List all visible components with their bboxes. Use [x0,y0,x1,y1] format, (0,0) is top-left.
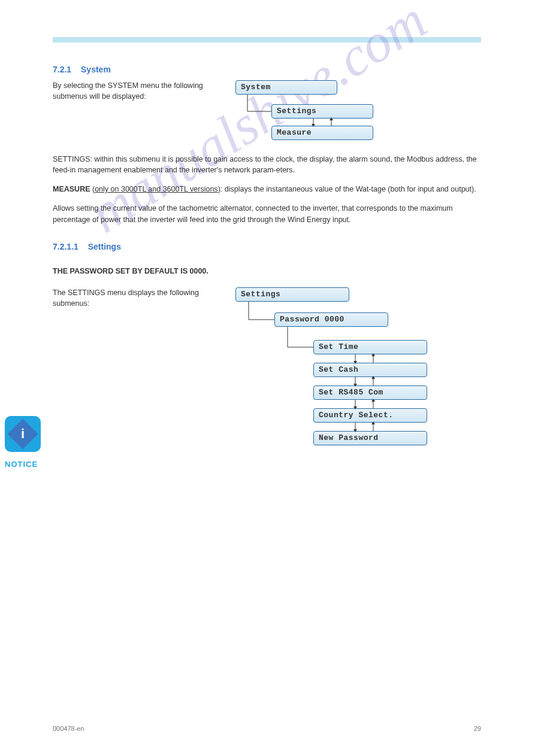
section-7211-heading: 7.2.1.1 Settings [53,242,481,251]
diagram-connector [235,80,391,146]
section-number: 7.2.1.1 [53,242,78,251]
section-721-intro: By selecting the SYSTEM menu the followi… [53,80,225,102]
svg-marker-11 [371,376,375,379]
notice-text: THE PASSWORD SET BY DEFAULT IS 0000. [53,266,481,277]
svg-marker-3 [330,117,333,120]
svg-marker-15 [371,399,375,402]
footer-page: 29 [474,725,481,732]
svg-marker-9 [353,384,357,387]
svg-marker-7 [371,353,375,356]
footer-code: 000478-en [53,725,84,732]
measure-desc: MEASURE (only on 3000TL and 3600TL versi… [53,184,481,195]
svg-marker-13 [353,406,357,409]
settings-desc: SETTINGS: within this submenu it is poss… [53,154,481,175]
section-number: 7.2.1 [53,65,71,74]
page-content: 7.2.1 System By selecting the SYSTEM men… [53,65,481,461]
diagram-connector-2 [235,287,439,455]
notice-label: NOTICE [5,460,38,469]
svg-marker-5 [353,361,357,364]
page-footer: 000478-en 29 [53,725,481,732]
section-title: Settings [88,242,121,251]
svg-marker-1 [312,124,315,127]
notice-icon: i [5,416,41,452]
section-721-heading: 7.2.1 System [53,65,481,74]
svg-marker-19 [371,421,375,424]
wattage-desc: Allows setting the current value of the … [53,203,481,224]
settings-intro: The SETTINGS menu displays the following… [53,287,225,309]
svg-marker-17 [353,429,357,432]
info-glyph: i [21,426,25,442]
section-title: System [81,65,111,74]
header-rule [53,37,481,42]
